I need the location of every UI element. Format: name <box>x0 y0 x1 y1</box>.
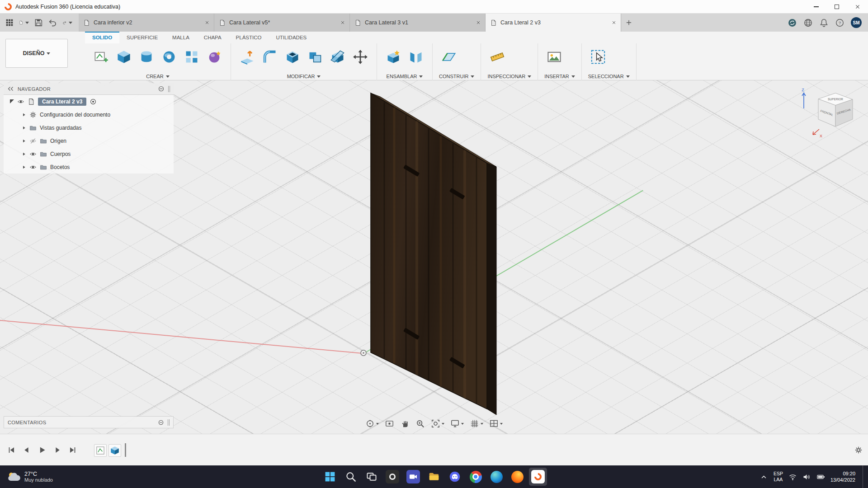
revolve-button[interactable] <box>137 47 156 67</box>
torus-button[interactable] <box>159 47 179 67</box>
split-body-button[interactable] <box>328 47 348 67</box>
shell-button[interactable] <box>283 47 302 67</box>
visibility-eye-icon[interactable] <box>29 150 37 158</box>
undo-button[interactable] <box>48 18 58 28</box>
tray-chevron-up-icon[interactable] <box>760 473 768 481</box>
timeline-position-marker[interactable] <box>125 443 126 457</box>
expand-arrow-icon[interactable] <box>22 113 26 117</box>
job-status-icon[interactable] <box>788 18 797 28</box>
group-label-modificar[interactable]: MODIFICAR <box>237 74 370 79</box>
viewports-button[interactable] <box>488 418 504 429</box>
edge-button[interactable] <box>487 468 505 486</box>
pan-button[interactable] <box>399 418 410 429</box>
move-copy-button[interactable] <box>350 47 370 67</box>
expand-arrow-icon[interactable] <box>22 152 26 156</box>
timeline-sketch-feature[interactable] <box>94 444 107 457</box>
timeline-play-button[interactable] <box>36 444 48 456</box>
new-component-button[interactable] <box>383 47 403 67</box>
comments-panel[interactable]: COMENTARIOS <box>4 416 174 428</box>
redo-button[interactable] <box>62 18 72 28</box>
extrude-button[interactable] <box>114 47 134 67</box>
expand-arrow-icon[interactable] <box>22 139 26 143</box>
search-button[interactable] <box>342 468 360 486</box>
discord-button[interactable] <box>446 468 464 486</box>
language-indicator[interactable]: ESP LAA <box>774 471 783 483</box>
show-desktop-button[interactable] <box>863 465 864 488</box>
grid-settings-button[interactable] <box>469 418 484 429</box>
close-tab-icon[interactable] <box>340 20 345 25</box>
file-explorer-button[interactable] <box>425 468 443 486</box>
expand-arrow-icon[interactable] <box>22 126 26 130</box>
file-menu-button[interactable] <box>19 18 29 28</box>
group-label-insertar[interactable]: INSERTAR <box>544 74 575 79</box>
ribbon-tab-utilidades[interactable]: UTILIDADES <box>269 32 314 43</box>
view-cube[interactable]: Z SUPERIOR FRONTAL DERECHA X <box>799 87 859 143</box>
measure-button[interactable] <box>487 47 507 67</box>
help-icon[interactable] <box>835 18 844 28</box>
create-form-button[interactable] <box>204 47 224 67</box>
chrome-button[interactable] <box>467 468 485 486</box>
maximize-button[interactable] <box>826 0 847 14</box>
insert-canvas-button[interactable] <box>544 47 564 67</box>
timeline-step-forward-button[interactable] <box>52 444 63 456</box>
ribbon-tab-malla[interactable]: MALLA <box>165 32 197 43</box>
zoom-button[interactable] <box>415 418 426 429</box>
construction-plane-button[interactable] <box>439 47 459 67</box>
wifi-icon[interactable] <box>788 473 797 481</box>
display-settings-button[interactable] <box>449 418 465 429</box>
orbit-button[interactable] <box>364 418 380 429</box>
group-label-crear[interactable]: CREAR <box>91 74 224 79</box>
ribbon-tab-plastico[interactable]: PLÁSTICO <box>229 32 269 43</box>
group-label-inspeccionar[interactable]: INSPECCIONAR <box>487 74 531 79</box>
press-pull-button[interactable] <box>237 47 257 67</box>
volume-icon[interactable] <box>802 473 811 481</box>
ribbon-tab-superficie[interactable]: SUPERFICIE <box>119 32 165 43</box>
origin-marker[interactable] <box>360 350 367 356</box>
navigator-item-origen[interactable]: Origen <box>4 134 174 147</box>
visibility-eye-off-icon[interactable] <box>29 137 37 145</box>
weather-widget-button[interactable]: 27°C Muy nublado <box>4 468 57 485</box>
user-avatar[interactable]: SM <box>851 17 862 28</box>
ribbon-tab-solido[interactable]: SOLIDO <box>85 32 119 43</box>
combine-button[interactable] <box>305 47 325 67</box>
visibility-eye-icon[interactable] <box>29 164 37 171</box>
fusion-360-taskbar-button[interactable] <box>529 468 547 486</box>
close-tab-icon[interactable] <box>205 20 209 25</box>
visibility-eye-icon[interactable] <box>17 98 24 105</box>
task-view-button[interactable] <box>363 468 381 486</box>
close-button[interactable] <box>847 0 868 14</box>
collapse-panel-icon[interactable] <box>7 85 14 92</box>
timeline-skip-start-button[interactable] <box>5 444 17 456</box>
clock[interactable]: 09:20 13/04/2022 <box>830 470 855 483</box>
group-label-construir[interactable]: CONSTRUIR <box>439 74 474 79</box>
look-at-button[interactable] <box>384 418 395 429</box>
navigator-item-configuracion[interactable]: Configuración del documento <box>4 108 174 121</box>
create-sketch-button[interactable] <box>91 47 111 67</box>
navigator-item-cuerpos[interactable]: Cuerpos <box>4 147 174 160</box>
notifications-bell-icon[interactable] <box>819 18 829 28</box>
pattern-button[interactable] <box>182 47 202 67</box>
firefox-button[interactable] <box>508 468 526 486</box>
close-tab-icon[interactable] <box>612 20 616 25</box>
fillet-button[interactable] <box>260 47 280 67</box>
teams-button[interactable] <box>404 468 422 486</box>
navigator-root-row[interactable]: Cara Lteral 2 v3 <box>4 95 174 108</box>
document-tab-2[interactable]: Cara Lateral v5* <box>214 14 350 32</box>
navigator-item-vistas[interactable]: Vistas guardadas <box>4 121 174 134</box>
collapse-tree-icon[interactable] <box>158 85 165 92</box>
expand-arrow-icon[interactable] <box>22 165 26 169</box>
comments-collapse-icon[interactable] <box>158 419 164 426</box>
activate-component-icon[interactable] <box>90 98 97 105</box>
start-button[interactable] <box>321 468 339 486</box>
group-label-seleccionar[interactable]: SELECCIONAR <box>588 74 630 79</box>
new-tab-button[interactable] <box>621 14 637 32</box>
navigator-item-bocetos[interactable]: Bocetos <box>4 160 174 174</box>
timeline-skip-end-button[interactable] <box>67 444 79 456</box>
web-globe-icon[interactable] <box>803 18 813 28</box>
workspace-switcher-design[interactable]: DISEÑO <box>5 39 68 68</box>
document-tab-4-active[interactable]: Cara Lteral 2 v3 <box>486 14 621 32</box>
panel-grip-handle[interactable] <box>168 86 170 92</box>
select-tool-button[interactable] <box>588 47 608 67</box>
wood-panel-body[interactable] <box>366 89 502 419</box>
document-tab-1[interactable]: Cara inferior v2 <box>79 14 214 32</box>
